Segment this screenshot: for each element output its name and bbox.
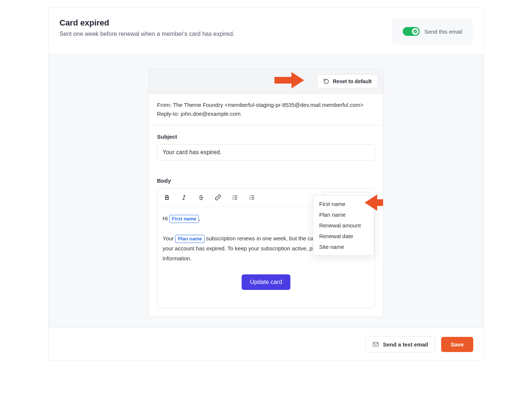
svg-rect-19	[377, 199, 383, 206]
svg-rect-1	[274, 77, 291, 84]
send-test-email-label: Send a test email	[383, 341, 428, 348]
svg-line-5	[184, 196, 185, 200]
reset-bar: Reset to default	[149, 69, 383, 94]
panel-footer: Send a test email Save	[48, 328, 484, 361]
email-editor-card: Reset to default From: The Theme Foundry…	[149, 69, 383, 317]
send-email-toggle[interactable]	[403, 27, 420, 36]
link-button[interactable]	[212, 192, 224, 203]
svg-point-9	[233, 199, 233, 199]
from-value: The Theme Foundry <memberful-staging-pr-…	[173, 102, 364, 108]
check-icon	[413, 29, 417, 34]
toggle-knob	[412, 28, 419, 35]
replyto-line: Reply-to: john.doe@example.com	[157, 109, 375, 118]
bullet-list-icon	[232, 194, 238, 201]
bold-icon	[164, 194, 170, 201]
send-email-label: Send this email	[424, 28, 462, 35]
from-replyto-block: From: The Theme Foundry <memberful-stagi…	[149, 94, 383, 125]
reset-to-default-button[interactable]: Reset to default	[317, 74, 378, 88]
update-card-wrap: Update card	[163, 263, 369, 299]
dropdown-item-renewal-amount[interactable]: Renewal amount	[313, 220, 374, 231]
send-email-toggle-container: Send this email	[392, 18, 473, 45]
send-test-email-button[interactable]: Send a test email	[365, 336, 435, 352]
svg-point-8	[233, 197, 233, 198]
panel-header: Card expired Sent one week before renewa…	[48, 8, 484, 55]
greeting-pre: Hi	[163, 215, 169, 221]
strikethrough-icon	[198, 194, 204, 201]
body-section: Body	[149, 169, 383, 316]
svg-marker-20	[365, 195, 377, 211]
annotation-arrow-icon	[365, 195, 383, 211]
replyto-label: Reply-to:	[157, 111, 179, 117]
dropdown-item-plan-name[interactable]: Plan name	[313, 209, 374, 220]
subject-input[interactable]	[157, 144, 375, 160]
svg-text:3: 3	[249, 198, 250, 200]
email-settings-panel: Card expired Sent one week before renewa…	[48, 7, 484, 361]
page-description: Sent one week before renewal when a memb…	[59, 31, 235, 37]
para-pre: Your	[163, 235, 175, 241]
body-label: Body	[157, 177, 375, 184]
link-icon	[215, 194, 221, 201]
numbered-list-button[interactable]: 123	[246, 192, 258, 203]
page-title: Card expired	[59, 18, 235, 28]
subject-label: Subject	[157, 133, 375, 140]
bullet-list-button[interactable]	[229, 192, 241, 203]
update-card-button[interactable]: Update card	[242, 274, 290, 290]
save-button[interactable]: Save	[441, 337, 473, 352]
reset-icon	[323, 78, 329, 84]
subject-section: Subject	[149, 125, 383, 169]
from-line: From: The Theme Foundry <memberful-stagi…	[157, 101, 375, 109]
dropdown-item-renewal-date[interactable]: Renewal date	[313, 231, 374, 241]
from-label: From:	[157, 102, 171, 108]
italic-icon	[181, 194, 187, 201]
dropdown-item-site-name[interactable]: Site name	[313, 241, 374, 252]
annotation-arrow-icon	[274, 72, 304, 88]
reset-button-label: Reset to default	[333, 78, 372, 84]
editor-body-area: Reset to default From: The Theme Foundry…	[48, 55, 484, 328]
svg-point-7	[233, 195, 233, 196]
numbered-list-icon: 123	[249, 194, 255, 201]
variable-tag-first-name[interactable]: First name	[169, 215, 199, 223]
variable-tag-plan-name[interactable]: Plan name	[175, 235, 204, 243]
replyto-value: john.doe@example.com	[181, 111, 241, 117]
bold-button[interactable]	[161, 192, 173, 203]
italic-button[interactable]	[178, 192, 190, 203]
header-text-block: Card expired Sent one week before renewa…	[59, 18, 235, 37]
greeting-post: ,	[199, 215, 200, 221]
mail-icon	[372, 341, 379, 348]
strikethrough-button[interactable]	[195, 192, 207, 203]
svg-marker-2	[291, 72, 304, 88]
